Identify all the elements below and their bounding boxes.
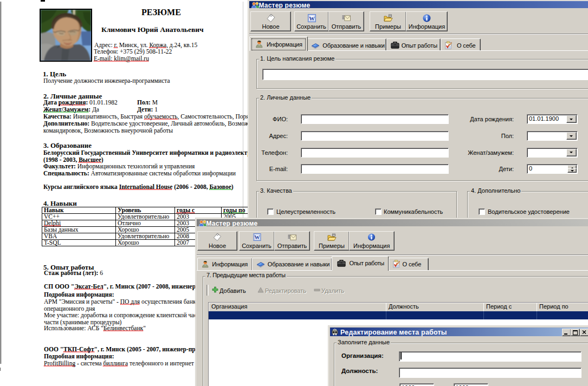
svg-text:W: W <box>309 15 315 21</box>
svg-text:W: W <box>254 234 260 240</box>
